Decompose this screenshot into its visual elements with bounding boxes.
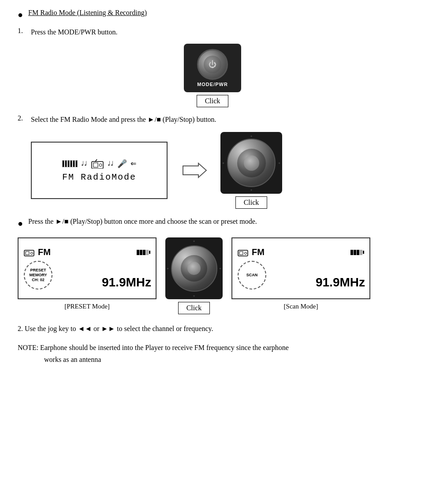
- svg-rect-1: [93, 163, 98, 167]
- note-section: NOTE: Earphone should be inserted into t…: [18, 342, 407, 365]
- radio-icon: [91, 159, 104, 169]
- fm-icons-row: ♩♩ ♩♩ 🎤 ⇐: [62, 159, 136, 169]
- three-images-row: FM PRESET MEMORY CH: 02 91.9MHz [P: [18, 237, 407, 314]
- s-battery-bar-3: [357, 250, 359, 255]
- piano-key-6: [75, 160, 78, 167]
- bottom-cross-2: +: [193, 293, 195, 298]
- play-btn-middle: [237, 149, 266, 177]
- preset-mode-caption: [PRESET Mode]: [64, 303, 110, 310]
- top-cross-mark: +: [250, 134, 252, 138]
- middle-click-block: + + + + Click: [165, 237, 223, 314]
- s-battery-bar-2: [354, 250, 356, 255]
- scan-fm-label: FM: [252, 247, 265, 257]
- play-btn-outer: [227, 139, 276, 187]
- arrow-left-icon: ⇐: [130, 159, 136, 168]
- scan-circle-text: SCAN: [246, 273, 258, 278]
- scan-circle: SCAN: [238, 261, 266, 290]
- battery-icon-preset: [137, 250, 150, 255]
- play-btn-block: + + + + Click: [220, 132, 282, 209]
- bullet-2-before: Press the: [28, 218, 53, 225]
- mode-pwr-block: ⏻ MODE/PWR Click: [18, 44, 407, 107]
- preset-circle-text: PRESET MEMORY CH: 02: [29, 268, 47, 282]
- step-2b-rewind: ◄◄: [78, 325, 92, 332]
- preset-circle: PRESET MEMORY CH: 02: [24, 261, 52, 290]
- step-2-text: Select the FM Radio Mode and press the ►…: [31, 114, 216, 125]
- click-button-2[interactable]: Click: [235, 196, 268, 209]
- step-1-num: 1.: [18, 27, 31, 35]
- click-button-3[interactable]: Click: [178, 302, 210, 314]
- scan-mode-image: FM SCAN 91.9MHz: [231, 237, 370, 299]
- bullet-dot-1: ●: [18, 10, 23, 20]
- scan-radio-icon: [238, 248, 248, 256]
- piano-key-4: [70, 160, 72, 167]
- note-label: NOTE:: [18, 344, 38, 351]
- preset-fm-icons: FM: [24, 247, 51, 257]
- play-btn-outer-2: [171, 245, 217, 292]
- mode-pwr-image: ⏻ MODE/PWR: [184, 44, 241, 92]
- svg-rect-6: [26, 252, 29, 255]
- music-note-icon-2: ♩♩: [108, 160, 114, 167]
- music-note-icon-1: ♩♩: [81, 160, 87, 167]
- bullet-2-play-stop: ►/■: [55, 218, 68, 225]
- bullet-header-2: ● Press the ►/■ (Play/Stop) button once …: [18, 218, 407, 229]
- svg-marker-4: [183, 163, 206, 177]
- preset-top-row: FM: [24, 247, 150, 257]
- preset-mode-block: FM PRESET MEMORY CH: 02 91.9MHz [P: [18, 237, 157, 310]
- step-1-text: Press the MODE/PWR button.: [31, 27, 117, 38]
- arrow-right-icon: [181, 162, 207, 179]
- preset-radio-icon: [24, 248, 34, 256]
- mode-pwr-label-text: MODE/PWR: [197, 82, 228, 87]
- battery-bar-1: [137, 250, 139, 255]
- play-stop-button-image: + + + +: [220, 132, 282, 194]
- bottom-cross-mark: +: [250, 188, 252, 192]
- step-2-num: 2.: [18, 114, 31, 122]
- step-2b-num: 2.: [18, 325, 23, 332]
- step-2-images-row: ♩♩ ♩♩ 🎤 ⇐ FM RadioMode: [31, 132, 407, 209]
- scan-mode-block: FM SCAN 91.9MHz [Scan Mode]: [231, 237, 370, 310]
- mode-pwr-circle: ⏻: [197, 49, 228, 80]
- bullet-section-2: ● Press the ►/■ (Play/Stop) button once …: [18, 218, 407, 229]
- bullet-2-after: (Play/Stop) button once more and choose …: [70, 218, 257, 225]
- play-btn-middle-2: [181, 255, 207, 282]
- svg-point-2: [99, 164, 102, 166]
- step-2b-forward: ►►: [101, 325, 115, 332]
- battery-icon-scan: [350, 250, 364, 255]
- right-cross-2: +: [219, 266, 221, 271]
- piano-key-3: [67, 160, 70, 167]
- step-2-text-after: (Play/Stop) button.: [163, 116, 216, 123]
- left-cross-mark: +: [222, 161, 224, 165]
- battery-tip: [149, 251, 150, 254]
- bullet-2-text: Press the ►/■ (Play/Stop) button once mo…: [28, 218, 257, 226]
- play-btn-center-2: [187, 262, 201, 275]
- mode-pwr-inner: ⏻: [204, 56, 221, 73]
- svg-point-10: [245, 252, 247, 254]
- piano-keys-icon: [62, 160, 78, 167]
- step-2-text-before: Select the FM Radio Mode and press the: [31, 116, 146, 123]
- note-text-1: Earphone should be inserted into the Pla…: [40, 344, 289, 351]
- piano-key-1: [62, 160, 64, 167]
- fm-mode-text: FM RadioMode: [62, 172, 136, 182]
- top-cross-2: +: [193, 239, 195, 243]
- bullet-header-1: ● FM Radio Mode (Listening & Recording): [18, 9, 407, 20]
- piano-key-5: [73, 160, 75, 167]
- step-2b-or: or: [93, 325, 99, 332]
- s-battery-bar-1: [350, 250, 353, 255]
- right-cross-mark: +: [278, 161, 280, 165]
- svg-rect-9: [239, 252, 243, 255]
- step-2b-text-after: to select the channel or frequency.: [117, 325, 213, 332]
- s-battery-tip: [363, 251, 364, 254]
- preset-freq-text: 91.9MHz: [102, 275, 151, 290]
- step-2b-container: 2. Use the jog key to ◄◄ or ►► to select…: [18, 323, 407, 335]
- fm-radio-mode-screen: ♩♩ ♩♩ 🎤 ⇐ FM RadioMode: [31, 142, 168, 199]
- note-text-2: works as an antenna: [18, 356, 101, 363]
- step-2-play-stop: ►/■: [148, 116, 161, 123]
- svg-point-7: [31, 252, 33, 254]
- click-button-1[interactable]: Click: [197, 95, 229, 107]
- battery-bar-3: [143, 250, 145, 255]
- play-btn-center: [244, 155, 259, 171]
- microphone-icon: 🎤: [117, 159, 127, 169]
- step-1-container: 1. Press the MODE/PWR button.: [18, 27, 407, 38]
- scan-mode-caption: [Scan Mode]: [284, 303, 318, 310]
- power-symbol-icon: ⏻: [209, 60, 216, 69]
- left-cross-2: +: [167, 266, 169, 271]
